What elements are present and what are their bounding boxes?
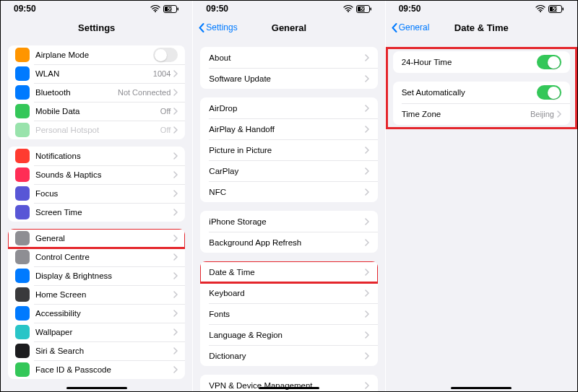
chevron-right-icon bbox=[173, 310, 178, 317]
airplane-mode-icon bbox=[15, 48, 30, 62]
settings-row-airplay-handoff[interactable]: AirPlay & Handoff bbox=[200, 118, 377, 139]
toggle-switch[interactable] bbox=[537, 85, 561, 100]
settings-row-siri-search[interactable]: Siri & Search bbox=[8, 341, 185, 360]
settings-row-screen-time[interactable]: Screen Time bbox=[8, 203, 185, 222]
status-bar: 09:50 59 bbox=[386, 1, 577, 17]
settings-row-mobile-data[interactable]: Mobile DataOff bbox=[8, 102, 185, 121]
row-label: Display & Brightness bbox=[35, 271, 173, 280]
toggle-switch[interactable] bbox=[537, 55, 561, 69]
home-indicator[interactable] bbox=[259, 387, 319, 389]
settings-row-airplane-mode[interactable]: Airplane Mode bbox=[8, 45, 185, 64]
settings-row-set-automatically[interactable]: Set Automatically bbox=[393, 82, 570, 103]
wallpaper-icon bbox=[15, 325, 30, 339]
row-label: Sounds & Haptics bbox=[35, 170, 173, 179]
chevron-right-icon bbox=[173, 253, 178, 261]
settings-row-wallpaper[interactable]: Wallpaper bbox=[8, 323, 185, 341]
chevron-right-icon bbox=[365, 75, 369, 82]
general-icon bbox=[15, 231, 30, 245]
settings-row-personal-hotspot[interactable]: Personal HotspotOff bbox=[8, 121, 185, 139]
settings-row-date-time[interactable]: Date & Time bbox=[200, 261, 377, 282]
accessibility-icon bbox=[15, 306, 30, 321]
back-label: General bbox=[399, 22, 430, 32]
chevron-right-icon bbox=[173, 235, 178, 242]
settings-row-airdrop[interactable]: AirDrop bbox=[200, 97, 377, 118]
chevron-right-icon bbox=[173, 126, 178, 134]
settings-row-keyboard[interactable]: Keyboard bbox=[200, 282, 377, 303]
row-label: Focus bbox=[35, 189, 173, 198]
row-label: Home Screen bbox=[35, 290, 173, 299]
settings-row-wlan[interactable]: WLAN1004 bbox=[8, 64, 185, 83]
row-label: Picture in Picture bbox=[209, 146, 364, 154]
settings-row-24-hour-time[interactable]: 24-Hour Time bbox=[393, 51, 570, 73]
status-bar: 09:50 59 bbox=[193, 1, 384, 17]
personal-hotspot-icon bbox=[15, 123, 30, 137]
settings-row-picture-in-picture[interactable]: Picture in Picture bbox=[200, 139, 377, 160]
settings-row-dictionary[interactable]: Dictionary bbox=[200, 345, 377, 366]
settings-row-display-brightness[interactable]: Display & Brightness bbox=[8, 266, 185, 285]
settings-row-focus[interactable]: Focus bbox=[8, 184, 185, 203]
home-screen-icon bbox=[15, 287, 30, 302]
settings-row-time-zone[interactable]: Time ZoneBeijing bbox=[393, 103, 570, 125]
row-detail: Beijing bbox=[530, 110, 554, 118]
battery-icon: 59 bbox=[356, 5, 372, 13]
settings-row-nfc[interactable]: NFC bbox=[200, 181, 377, 202]
row-label: Accessibility bbox=[35, 309, 173, 318]
row-label: Language & Region bbox=[209, 331, 364, 339]
date-time-screen: 09:50 59 General Date & Time 24-Hour Tim… bbox=[386, 1, 577, 391]
row-label: Mobile Data bbox=[35, 107, 160, 116]
chevron-right-icon bbox=[365, 188, 369, 196]
settings-row-about[interactable]: About bbox=[200, 47, 377, 68]
back-button[interactable]: Settings bbox=[199, 22, 237, 32]
chevron-right-icon bbox=[173, 152, 178, 160]
chevron-right-icon bbox=[173, 291, 178, 298]
settings-row-iphone-storage[interactable]: iPhone Storage bbox=[200, 211, 377, 232]
row-label: WLAN bbox=[35, 69, 153, 78]
settings-row-notifications[interactable]: Notifications bbox=[8, 147, 185, 165]
settings-row-carplay[interactable]: CarPlay bbox=[200, 160, 377, 181]
settings-row-face-id-passcode[interactable]: Face ID & Passcode bbox=[8, 360, 185, 379]
battery-icon: 59 bbox=[548, 5, 564, 13]
svg-rect-12 bbox=[562, 7, 564, 10]
settings-row-control-centre[interactable]: Control Centre bbox=[8, 248, 185, 266]
page-title: Settings bbox=[1, 17, 192, 38]
chevron-right-icon bbox=[365, 289, 369, 297]
settings-row-fonts[interactable]: Fonts bbox=[200, 303, 377, 324]
general-screen: 09:50 59 Settings General AboutSoftware … bbox=[193, 1, 385, 391]
row-label: General bbox=[35, 234, 173, 243]
toggle-switch[interactable] bbox=[153, 48, 178, 62]
settings-row-home-screen[interactable]: Home Screen bbox=[8, 285, 185, 304]
row-label: 24-Hour Time bbox=[402, 58, 537, 66]
row-label: Fonts bbox=[209, 310, 364, 318]
row-label: Notifications bbox=[35, 152, 173, 160]
chevron-right-icon bbox=[365, 239, 369, 246]
row-label: Face ID & Passcode bbox=[35, 365, 173, 374]
settings-row-bluetooth[interactable]: BluetoothNot Connected bbox=[8, 83, 185, 102]
chevron-right-icon bbox=[365, 352, 369, 360]
settings-screen: 09:50 59 Settings Airplane ModeWLAN1004B… bbox=[1, 1, 193, 391]
settings-row-software-update[interactable]: Software Update bbox=[200, 68, 377, 89]
row-label: CarPlay bbox=[209, 167, 364, 175]
settings-row-background-app-refresh[interactable]: Background App Refresh bbox=[200, 232, 377, 253]
title-label: Date & Time bbox=[454, 22, 509, 33]
chevron-right-icon bbox=[365, 54, 369, 61]
mobile-data-icon bbox=[15, 104, 30, 118]
svg-rect-7 bbox=[370, 7, 371, 10]
settings-row-accessibility[interactable]: Accessibility bbox=[8, 304, 185, 323]
home-indicator[interactable] bbox=[66, 387, 127, 389]
wifi-icon bbox=[150, 5, 160, 12]
row-label: Wallpaper bbox=[35, 328, 173, 336]
chevron-right-icon bbox=[365, 218, 369, 225]
settings-row-general[interactable]: General bbox=[8, 229, 185, 248]
settings-row-sounds-haptics[interactable]: Sounds & Haptics bbox=[8, 165, 185, 184]
chevron-right-icon bbox=[365, 310, 369, 318]
home-indicator[interactable] bbox=[451, 387, 512, 389]
row-label: Date & Time bbox=[209, 268, 364, 276]
row-label: iPhone Storage bbox=[209, 217, 364, 226]
row-label: AirPlay & Handoff bbox=[209, 125, 364, 134]
svg-text:59: 59 bbox=[168, 6, 173, 12]
title-label: General bbox=[272, 22, 306, 33]
chevron-right-icon bbox=[173, 70, 178, 77]
back-button[interactable]: General bbox=[392, 22, 430, 32]
settings-row-language-region[interactable]: Language & Region bbox=[200, 324, 377, 345]
row-label: Set Automatically bbox=[402, 88, 537, 97]
